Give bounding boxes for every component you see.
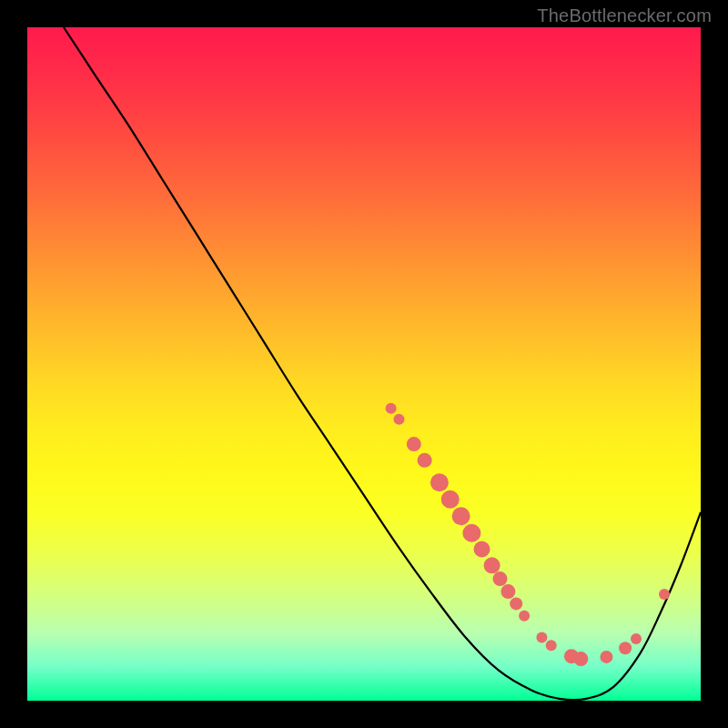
data-marker [573, 652, 588, 666]
data-marker [536, 632, 547, 642]
data-marker [418, 453, 432, 468]
data-marker [546, 640, 557, 651]
bottleneck-curve [64, 27, 701, 700]
data-marker [474, 541, 490, 558]
data-marker [519, 611, 530, 622]
data-marker [430, 473, 449, 491]
data-marker [500, 584, 515, 599]
data-marker [600, 651, 612, 663]
data-marker [619, 642, 632, 654]
data-marker [484, 557, 500, 573]
data-marker [407, 437, 421, 451]
chart-svg [27, 27, 701, 701]
data-marker [493, 571, 508, 586]
data-marker [441, 490, 460, 509]
data-marker [452, 507, 470, 525]
data-marker [394, 414, 405, 425]
data-marker [462, 524, 480, 542]
chart-plot-area [27, 27, 701, 701]
data-marker [659, 589, 670, 600]
data-markers [386, 403, 670, 666]
data-marker [386, 403, 397, 414]
data-marker [631, 633, 642, 644]
data-marker [510, 597, 522, 610]
attribution-text: TheBottlenecker.com [537, 5, 712, 26]
